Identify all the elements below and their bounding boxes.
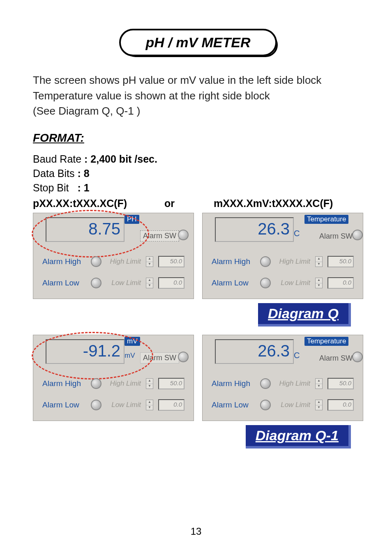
- alarm-low-row: Alarm Low Low Limit ▲▼ 0.0: [212, 277, 354, 289]
- alarm-high-led: [90, 256, 102, 267]
- alarm-high-row: Alarm High High Limit ▲▼ 50.0: [42, 256, 184, 267]
- high-limit-label: High Limit: [277, 380, 310, 388]
- diagram-q-label-wrap: Diagram Q: [33, 303, 351, 327]
- alarm-sw-toggle[interactable]: [352, 230, 364, 242]
- alarm-low-row: Alarm Low Low Limit ▲▼ 0.0: [42, 399, 184, 411]
- chevron-up-icon: ▲: [146, 257, 153, 262]
- alarm-sw-label: Alarm SW: [140, 230, 179, 242]
- alarm-low-led: [259, 278, 272, 288]
- low-limit-stepper[interactable]: ▲▼: [146, 278, 153, 288]
- alarm-low-label: Alarm Low: [212, 400, 254, 409]
- baud-label: Baud Rate: [33, 153, 81, 165]
- high-limit-label: High Limit: [107, 380, 141, 388]
- alarm-low-led: [90, 278, 102, 288]
- chevron-up-icon: ▲: [146, 278, 153, 283]
- ph-unit-badge: PH: [125, 215, 139, 224]
- high-limit-stepper[interactable]: ▲▼: [146, 378, 153, 389]
- alarm-high-label: Alarm High: [212, 257, 254, 266]
- led-icon: [352, 230, 363, 240]
- low-limit-label: Low Limit: [277, 279, 310, 287]
- chevron-down-icon: ▼: [146, 405, 153, 410]
- chevron-up-icon: ▲: [146, 379, 153, 384]
- high-limit-label: High Limit: [107, 258, 141, 266]
- chevron-down-icon: ▼: [146, 384, 153, 389]
- title-container: pH / mV METER: [33, 29, 363, 56]
- high-limit-value[interactable]: 50.0: [327, 256, 354, 267]
- format-string-row: pXX.XX:tXXX.XC(F) or mXXX.XmV:tXXXX.XC(F…: [33, 198, 363, 209]
- alarm-low-label: Alarm Low: [42, 400, 85, 409]
- low-limit-value[interactable]: 0.0: [327, 277, 354, 289]
- chevron-down-icon: ▼: [316, 262, 322, 267]
- stop-bit-label: Stop Bit: [33, 182, 69, 193]
- intro-line-2: Temperature value is shown at the right …: [33, 88, 363, 104]
- led-icon: [260, 400, 271, 410]
- alarm-sw-label: Alarm SW: [140, 352, 179, 363]
- format-right: mXXX.XmV:tXXXX.XC(F): [214, 198, 363, 209]
- low-limit-label: Low Limit: [107, 279, 141, 287]
- alarm-high-label: Alarm High: [42, 257, 85, 266]
- alarm-high-label: Alarm High: [42, 379, 85, 388]
- intro-text: The screen shows pH value or mV value in…: [33, 73, 363, 119]
- low-limit-value[interactable]: 0.0: [158, 399, 184, 411]
- led-icon: [260, 278, 271, 288]
- mv-value-display: -91.2: [46, 339, 125, 364]
- chevron-down-icon: ▼: [316, 405, 322, 410]
- low-limit-stepper[interactable]: ▲▼: [315, 400, 323, 410]
- alarm-high-led: [259, 378, 272, 389]
- alarm-high-led: [90, 378, 102, 389]
- diagram-q1-row: -91.2 mV mV Alarm SW Alarm High High Lim…: [33, 335, 363, 421]
- page: pH / mV METER The screen shows pH value …: [0, 0, 392, 552]
- led-icon: [91, 378, 101, 389]
- alarm-sw-label: Alarm SW: [319, 354, 353, 363]
- format-left: pXX.XX:tXXX.XC(F): [33, 198, 164, 209]
- low-limit-label: Low Limit: [277, 401, 310, 409]
- high-limit-value[interactable]: 50.0: [327, 378, 354, 389]
- low-limit-value[interactable]: 0.0: [158, 277, 184, 289]
- led-icon: [260, 256, 271, 267]
- data-bits-value: : 8: [77, 168, 89, 179]
- alarm-sw-label: Alarm SW: [319, 232, 353, 241]
- low-limit-stepper[interactable]: ▲▼: [315, 278, 323, 288]
- alarm-low-label: Alarm Low: [42, 278, 85, 288]
- alarm-low-led: [259, 400, 272, 410]
- ph-panel: 8.75 PH Alarm SW Alarm High High Limit ▲…: [33, 213, 194, 299]
- format-heading: FORMAT:: [33, 131, 363, 145]
- chevron-up-icon: ▲: [146, 400, 153, 405]
- chevron-up-icon: ▲: [316, 257, 322, 262]
- temperature-unit-badge: Temperature: [304, 337, 348, 346]
- alarm-sw-toggle[interactable]: [178, 352, 190, 364]
- high-limit-stepper[interactable]: ▲▼: [315, 378, 323, 389]
- alarm-sw-toggle[interactable]: [178, 230, 190, 242]
- format-or: or: [164, 198, 214, 209]
- led-icon: [91, 278, 101, 288]
- alarm-high-row: Alarm High High Limit ▲▼ 50.0: [212, 378, 354, 389]
- high-limit-value[interactable]: 50.0: [158, 256, 184, 267]
- led-icon: [178, 230, 189, 240]
- high-limit-stepper[interactable]: ▲▼: [315, 256, 323, 267]
- alarm-sw-toggle[interactable]: [352, 352, 364, 364]
- low-limit-value[interactable]: 0.0: [327, 399, 354, 411]
- chevron-down-icon: ▼: [316, 283, 322, 288]
- chevron-up-icon: ▲: [316, 379, 322, 384]
- temp-panel-q1: 26.3 Temperature C Alarm SW Alarm High H…: [202, 335, 363, 421]
- led-icon: [178, 352, 189, 362]
- led-icon: [352, 352, 363, 362]
- low-limit-stepper[interactable]: ▲▼: [146, 400, 153, 410]
- high-limit-stepper[interactable]: ▲▼: [146, 256, 153, 267]
- intro-line-1: The screen shows pH value or mV value in…: [33, 73, 363, 88]
- diagram-q-row: 8.75 PH Alarm SW Alarm High High Limit ▲…: [33, 213, 363, 299]
- temp-value-display: 26.3: [215, 217, 294, 242]
- alarm-low-row: Alarm Low Low Limit ▲▼ 0.0: [42, 277, 184, 289]
- high-limit-value[interactable]: 50.0: [158, 378, 184, 389]
- low-limit-label: Low Limit: [107, 401, 141, 409]
- temp-value-display: 26.3: [215, 339, 294, 364]
- diagram-q1-label: Diagram Q-1: [246, 425, 351, 448]
- unit-celsius: C: [294, 351, 300, 360]
- chevron-up-icon: ▲: [316, 278, 322, 283]
- mv-panel: -91.2 mV mV Alarm SW Alarm High High Lim…: [33, 335, 194, 421]
- alarm-low-led: [90, 400, 102, 410]
- title-text: pH / mV METER: [145, 34, 250, 50]
- chevron-down-icon: ▼: [146, 262, 153, 267]
- spec-lines: Baud Rate : 2,400 bit /sec. Data Bits : …: [33, 152, 363, 195]
- alarm-low-label: Alarm Low: [212, 278, 254, 288]
